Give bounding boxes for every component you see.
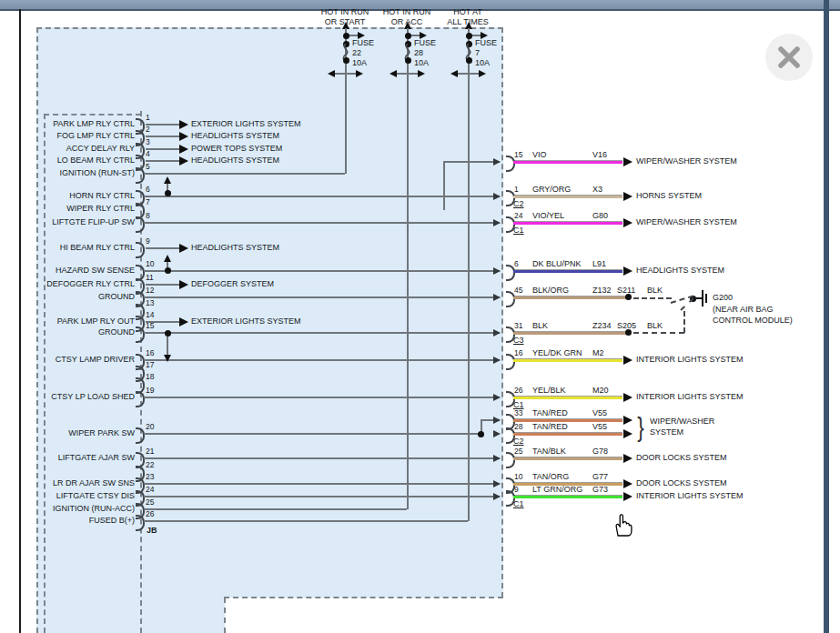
left-system-label: POWER TOPS SYSTEM [191, 144, 282, 154]
right-pin-number: 15 [514, 150, 522, 160]
wire-color-name: YEL/DK GRN [532, 348, 582, 358]
flow-junction-dot [165, 330, 171, 337]
colored-wire [513, 332, 627, 335]
system-arrow-icon [623, 192, 633, 201]
jb-border-top [44, 114, 141, 116]
left-pin-number: 17 [146, 360, 154, 370]
wire-circuit-code: V55 [592, 422, 607, 432]
flow-junction-dot [165, 267, 171, 274]
left-stub-wire [146, 247, 179, 249]
left-pin-number: 4 [146, 149, 150, 159]
wire-arrow-icon [493, 455, 501, 462]
internal-wire [443, 161, 500, 163]
internal-wire [144, 196, 500, 197]
left-pin-label: WIPER PARK SW [27, 428, 135, 438]
right-system-label: HEADLIGHTS SYSTEM [636, 266, 724, 276]
right-system-label: WIPER/WASHER SYSTEM [636, 156, 737, 166]
left-pin-label: LIFTGTE FLIP-UP SW [27, 217, 135, 227]
left-pin-label: FUSED B(+) [27, 516, 135, 526]
internal-wire [144, 270, 500, 272]
left-pin-label: DEFOGGER RLY CTRL [27, 279, 135, 289]
wire-arrow-icon [493, 430, 501, 437]
left-system-label: DEFOGGER SYSTEM [191, 279, 274, 289]
colored-wire [513, 359, 622, 362]
feed-double-arrow-left-icon [450, 70, 458, 77]
wire-arrow-icon [493, 294, 501, 301]
feed-junction-dot [466, 33, 472, 39]
left-pin-label: FOG LMP RLY CTRL [27, 131, 135, 141]
wire-arrow-icon [493, 480, 501, 487]
left-pin-number: 6 [146, 185, 150, 195]
left-pin-label: LIFTGATE AJAR SW [27, 453, 135, 463]
power-feed-label: HOT AT [424, 7, 511, 17]
colored-wire [513, 270, 622, 273]
left-pin-number: 14 [146, 310, 154, 320]
internal-wire [144, 520, 468, 522]
flow-junction-dot [165, 190, 171, 196]
right-pin-number: 28 [514, 422, 522, 432]
system-arrow-icon [179, 244, 188, 253]
wire-arrow-icon [493, 394, 501, 401]
cursor-pointer-icon [611, 512, 634, 538]
right-pin-number: 31 [514, 321, 522, 331]
wire-arrow-icon [493, 267, 501, 275]
fuse-name: FUSE [352, 38, 374, 48]
wire-color-name: BLK/ORG [532, 286, 569, 296]
system-arrow-icon [623, 356, 633, 365]
panel-right-border[interactable] [824, 0, 829, 633]
left-pin-number: 20 [146, 422, 154, 432]
feed-double-arrow-right-icon [418, 70, 425, 77]
ground-wire-dash-bottom [633, 332, 684, 334]
wire-circuit-code: G77 [592, 472, 608, 482]
right-pin-number: 45 [514, 286, 522, 296]
left-pin-label: PARK LMP RLY OUT [27, 316, 135, 327]
connector-id-label: C1 [513, 499, 524, 509]
left-pin-label: GROUND [27, 292, 135, 302]
left-pin-number: 11 [146, 273, 154, 283]
left-system-label: HEADLIGHTS SYSTEM [191, 131, 279, 141]
ground-symbol-bar2 [705, 294, 707, 303]
close-button[interactable] [765, 34, 813, 81]
right-pin-number: 6 [514, 259, 519, 269]
system-arrow-icon [179, 132, 188, 141]
internal-wire [144, 483, 500, 485]
wire-arrow-icon [493, 219, 501, 226]
left-pin-number: 10 [146, 259, 154, 269]
left-pin-label: IGNITION (RUN-ST) [27, 168, 135, 178]
left-pin-number: 8 [146, 211, 150, 221]
left-pin-number: 13 [146, 298, 154, 308]
module-border-step [224, 598, 226, 633]
left-pin-number: 26 [146, 509, 154, 519]
system-arrow-icon [179, 120, 188, 129]
fuse-number: 28 [414, 48, 423, 58]
right-pin-number: 1 [514, 185, 519, 195]
module-border-bottom [224, 597, 503, 598]
wire-arrow-icon [493, 193, 501, 200]
panel-left-border [19, 9, 21, 633]
left-pin-label: IGNITION (RUN-ACC) [27, 504, 135, 514]
system-arrow-icon [179, 317, 188, 327]
wire-circuit-code: V16 [592, 150, 607, 160]
fuse-rating: 10A [352, 58, 367, 68]
left-pin-number: 5 [146, 162, 150, 172]
flow-up-arrow-icon [164, 255, 171, 262]
wire-color-name: TAN/BLK [532, 447, 566, 457]
system-arrow-icon [623, 266, 633, 276]
flow-up-arrow-icon [164, 176, 171, 184]
feed-junction-dot [343, 33, 349, 39]
system-arrow-icon [623, 429, 633, 438]
internal-wire [144, 508, 407, 510]
left-pin-number: 23 [146, 472, 154, 482]
wire-circuit-code: G73 [592, 485, 608, 495]
fuse-terminal-dot [343, 57, 349, 64]
left-pin-label: LR DR AJAR SW SNS [27, 478, 135, 488]
left-pin-label: WIPER RLY CTRL [27, 204, 135, 214]
splice-id-label: S211 [617, 286, 635, 296]
left-pin-label: LO BEAM RLY CTRL [27, 156, 135, 166]
internal-wire-vertical [443, 162, 445, 210]
colored-wire [513, 397, 622, 399]
wire-color-name: DK BLU/PNK [532, 259, 582, 269]
wire-color-name: TAN/RED [532, 422, 568, 432]
left-pin-label: CTSY LAMP DRIVER [27, 355, 135, 365]
wire-circuit-code: M2 [592, 348, 604, 358]
